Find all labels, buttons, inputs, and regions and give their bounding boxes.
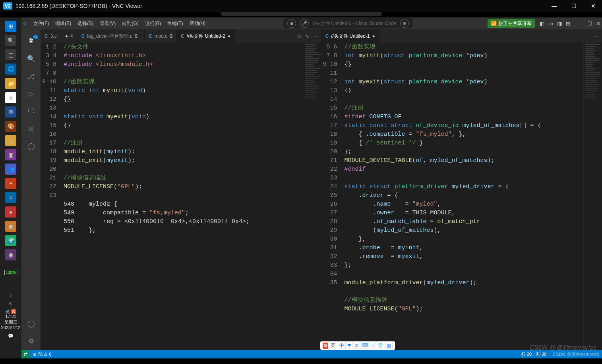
- tab-badge: ●: [372, 33, 375, 39]
- explorer-icon[interactable]: 🗎3: [25, 36, 37, 47]
- run-debug-icon[interactable]: ▷: [25, 88, 37, 99]
- github-icon[interactable]: ◯: [25, 141, 37, 152]
- command-center[interactable]: ⏺ 🎤 //头文件 Untitled-2 - Visual Studio Cod…: [283, 18, 413, 29]
- app-icon[interactable]: ▣: [5, 149, 16, 160]
- editor-tab[interactable]: C//头文件 Untitled-2●: [177, 29, 235, 43]
- start-button[interactable]: ⊞: [5, 21, 16, 32]
- layout-sidebar-left-icon[interactable]: ◧: [540, 21, 544, 27]
- editor-tab[interactable]: C3.c: [41, 29, 61, 43]
- share-screen-badge[interactable]: 📶您正在共享屏幕: [488, 19, 535, 28]
- split-icon[interactable]: ⤡: [305, 33, 309, 39]
- ime-button[interactable]: ⌂: [370, 342, 376, 349]
- mail-icon[interactable]: ✉: [5, 106, 16, 117]
- editor-tab[interactable]: C//头文件 Untitled-1●: [321, 29, 379, 43]
- editor-tab[interactable]: Clog_driver-平台驱动.c9+: [77, 29, 145, 43]
- vscode-logo-icon: ⟐: [23, 20, 27, 27]
- battery-status: 100%: [4, 270, 17, 275]
- search-activity-icon[interactable]: 🔍: [25, 53, 37, 64]
- ime-button[interactable]: ⌨: [360, 342, 370, 349]
- gear-icon[interactable]: ⚙: [400, 19, 409, 28]
- expand-icon[interactable]: ›: [10, 292, 12, 298]
- folder-icon[interactable]: 🗂: [5, 135, 16, 146]
- command-center-text: //头文件 Untitled-2 - Visual Studio Code: [313, 20, 396, 27]
- file-type-icon: C: [45, 33, 48, 39]
- code-editor-left[interactable]: 1 2 3 4 5 6 7 8 9 10 11 12 13 14 15 16 1…: [41, 43, 321, 350]
- remote-indicator[interactable]: ⇄: [21, 350, 30, 358]
- run-icon[interactable]: ▷: [298, 33, 301, 39]
- menu-item[interactable]: 转到(G): [119, 19, 141, 28]
- tab-label: 4: [70, 33, 73, 39]
- code-editor-right[interactable]: 5 6 7 8 9 10 11 12 13 14 15 16 17 18 19 …: [321, 43, 602, 350]
- tab-badge: 9: [170, 33, 172, 39]
- menu-item[interactable]: 查看(V): [97, 19, 119, 28]
- ime-button[interactable]: ❤: [346, 342, 353, 349]
- menu-item[interactable]: 帮助(H): [186, 19, 209, 28]
- search-icon[interactable]: 🔍: [5, 35, 16, 46]
- record-icon[interactable]: ⏺: [287, 19, 296, 28]
- more-icon[interactable]: ⋯: [594, 33, 598, 39]
- task-view-icon[interactable]: ▢: [5, 49, 16, 60]
- explorer-icon[interactable]: 📁: [5, 78, 16, 89]
- edge-icon[interactable]: 🌐: [5, 64, 16, 75]
- menu-item[interactable]: 文件(F): [30, 19, 52, 28]
- vnc-titlebar: V2 192.168.2.89 (DESKTOP-SO77PDB) - VNC …: [0, 0, 602, 12]
- window-close-icon[interactable]: ✕: [596, 21, 600, 27]
- vscode-icon[interactable]: ≡: [5, 192, 16, 203]
- layout-sidebar-right-icon[interactable]: ◨: [557, 21, 562, 27]
- globe-icon[interactable]: 🌍: [5, 235, 16, 246]
- tab-badge: ●: [228, 33, 230, 39]
- ime-button[interactable]: 中: [338, 342, 346, 349]
- minimap-left[interactable]: [303, 43, 321, 350]
- paint-icon[interactable]: 🎨: [5, 121, 16, 132]
- layout-panel-icon[interactable]: ▭: [548, 21, 553, 27]
- ime-toolbar[interactable]: S 英 中❤⊙⌨⌂👕▦: [320, 341, 395, 350]
- ime-lang[interactable]: 英: [331, 342, 335, 349]
- menu-item[interactable]: 运行(R): [142, 19, 165, 28]
- file-type-icon: C: [81, 33, 85, 39]
- extensions-icon[interactable]: ⊞: [25, 123, 37, 134]
- editor-tab[interactable]: Cmod.c9: [145, 29, 177, 43]
- app4-icon[interactable]: ◉: [5, 249, 16, 260]
- source-control-icon[interactable]: ⎇: [25, 71, 37, 82]
- layout-customize-icon[interactable]: ⊞: [566, 21, 570, 27]
- ime-button[interactable]: ⊙: [353, 342, 360, 349]
- tab-label: //头文件 Untitled-1: [331, 33, 370, 40]
- minimap-right[interactable]: [583, 43, 602, 350]
- tab-badge: 9+: [135, 33, 140, 39]
- problems-status[interactable]: ⊗ 76 ⚠ 0: [30, 352, 55, 357]
- ppt-icon[interactable]: P: [5, 178, 16, 189]
- file-type-icon: C: [325, 33, 329, 39]
- app3-icon[interactable]: ▦: [5, 221, 16, 232]
- tab-label: mod.c: [155, 33, 168, 39]
- window-minimize-icon[interactable]: —: [578, 21, 583, 27]
- menu-item[interactable]: 编辑(E): [52, 19, 74, 28]
- file-type-icon: C: [149, 33, 152, 39]
- more-icon[interactable]: ⋯: [313, 33, 318, 39]
- file-type-icon: ●: [65, 33, 68, 39]
- account-icon[interactable]: ◯: [25, 318, 37, 329]
- editor-group-right: C//头文件 Untitled-1● ⋯ 5 6 7 8 9 10 11 12 …: [321, 29, 602, 350]
- editor-group-left: C3.c●4Clog_driver-平台驱动.c9+Cmod.c9C//头文件 …: [41, 29, 321, 350]
- tab-label: 3.c: [50, 33, 57, 39]
- app2-icon[interactable]: ●: [5, 206, 16, 218]
- tabs-left: C3.c●4Clog_driver-平台驱动.c9+Cmod.c9C//头文件 …: [41, 29, 321, 43]
- mic-icon[interactable]: 🎤: [300, 19, 309, 28]
- system-clock[interactable]: 17:31 星期三 2023/7/12 💬: [1, 314, 21, 339]
- teams-icon[interactable]: 👥: [5, 164, 16, 175]
- vscode-window: ⟐ 文件(F)编辑(E)选择(S)查看(V)转到(G)运行(R)终端(T)帮助(…: [21, 17, 602, 358]
- vnc-close-button[interactable]: ✕: [588, 1, 599, 11]
- chrome-icon[interactable]: ◉: [5, 92, 16, 103]
- bars-icon: 📶: [491, 21, 497, 26]
- editor-tab[interactable]: ●4: [61, 29, 77, 43]
- menu-item[interactable]: 终端(T): [164, 19, 186, 28]
- window-maximize-icon[interactable]: ☐: [587, 21, 592, 27]
- settings-gear-icon[interactable]: ⚙: [25, 335, 37, 347]
- menu-item[interactable]: 选择(S): [74, 19, 97, 28]
- ime-button[interactable]: ▦: [385, 342, 393, 349]
- tab-label: log_driver-平台驱动.c: [87, 33, 132, 40]
- ime-button[interactable]: 👕: [376, 342, 385, 349]
- vnc-minimize-button[interactable]: —: [548, 1, 560, 11]
- remote-explorer-icon[interactable]: 🖵: [25, 106, 37, 117]
- vnc-maximize-button[interactable]: ☐: [568, 1, 580, 11]
- usb-icon[interactable]: ⎋: [9, 300, 12, 306]
